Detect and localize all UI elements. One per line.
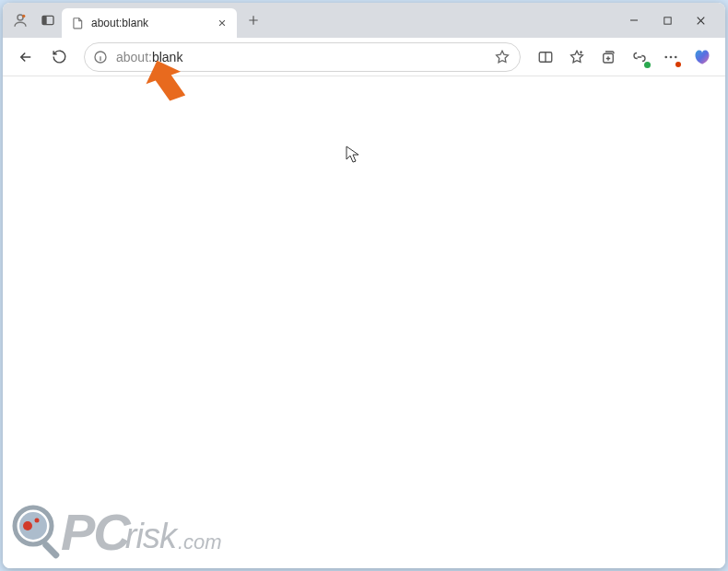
page-icon	[71, 17, 84, 29]
favorites-button[interactable]	[563, 43, 591, 71]
svg-point-8	[664, 55, 667, 58]
toolbar-right	[532, 43, 716, 71]
close-icon	[695, 15, 707, 27]
refresh-button[interactable]	[45, 43, 73, 71]
notification-badge-icon	[675, 62, 681, 67]
maximize-icon	[663, 16, 673, 26]
person-icon	[12, 12, 29, 29]
svg-point-1	[22, 15, 25, 17]
arrow-left-icon	[18, 49, 34, 65]
profile-button[interactable]	[6, 6, 34, 34]
refresh-icon	[52, 49, 67, 64]
svg-point-9	[670, 55, 673, 58]
title-bar: about:blank	[3, 3, 725, 38]
plus-icon	[247, 14, 260, 27]
svg-rect-3	[42, 16, 47, 24]
url-text[interactable]: about:blank	[116, 50, 485, 64]
page-content	[3, 76, 725, 568]
info-icon	[93, 50, 108, 64]
minimize-icon	[628, 15, 640, 26]
maximize-button[interactable]	[657, 10, 677, 30]
split-screen-icon	[537, 49, 554, 65]
collections-button[interactable]	[594, 43, 622, 71]
window-controls	[624, 10, 720, 30]
browser-window: about:blank	[3, 3, 725, 568]
new-tab-button[interactable]	[241, 7, 266, 33]
svg-rect-4	[663, 17, 670, 23]
star-icon	[494, 49, 511, 65]
address-bar[interactable]: about:blank	[84, 42, 521, 72]
minimize-button[interactable]	[624, 10, 644, 30]
svg-point-10	[675, 55, 677, 58]
url-path: blank	[152, 50, 182, 64]
tab-actions-icon	[41, 13, 55, 28]
browser-tab[interactable]: about:blank	[62, 8, 237, 38]
tab-title: about:blank	[91, 17, 207, 29]
site-info-button[interactable]	[92, 49, 109, 65]
toolbar: about:blank	[3, 38, 725, 76]
split-screen-button[interactable]	[532, 43, 559, 71]
svg-point-0	[18, 15, 23, 20]
extension-button[interactable]	[626, 43, 653, 71]
tab-close-button[interactable]	[215, 16, 229, 30]
copilot-button[interactable]	[688, 43, 716, 71]
back-button[interactable]	[12, 43, 40, 71]
star-plus-icon	[569, 49, 585, 65]
status-dot-icon	[644, 62, 651, 68]
copilot-icon	[693, 48, 711, 66]
url-scheme: about:	[116, 50, 152, 64]
close-window-button[interactable]	[690, 10, 710, 30]
menu-button[interactable]	[657, 43, 685, 71]
favorite-button[interactable]	[492, 47, 512, 67]
close-icon	[217, 18, 227, 28]
collections-icon	[600, 49, 616, 65]
tab-actions-button[interactable]	[34, 6, 62, 34]
